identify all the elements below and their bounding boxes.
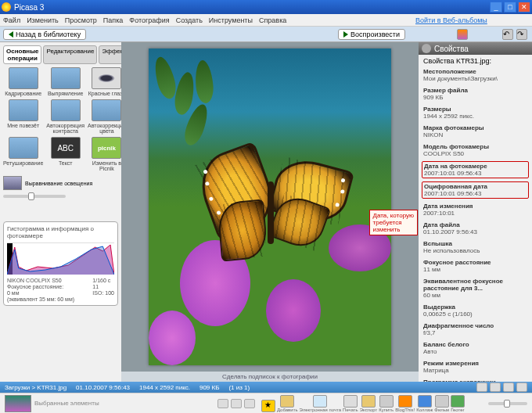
annotation-callout: Дата, которуютребуетсяизменить <box>369 210 418 235</box>
menu-create[interactable]: Создать <box>176 16 203 24</box>
properties-header: Свойства <box>419 42 532 55</box>
tray-label: Выбранные элементы <box>34 400 99 407</box>
status-file: Загрузки > KTR31.jpg <box>5 384 66 391</box>
status-icon-3[interactable] <box>503 382 514 392</box>
tool-text[interactable]: ABCТекст <box>46 137 84 171</box>
play-icon <box>343 31 348 38</box>
add-button[interactable]: Добавить <box>277 395 298 412</box>
status-dims: 1944 x 2592 пикс. <box>139 384 190 391</box>
clear-icon[interactable] <box>231 399 242 408</box>
status-date: 01.10.2007 9:56:43 <box>76 384 130 391</box>
toolbar: Назад в библиотеку Воспроизвести ↶ ↷ <box>0 27 532 42</box>
menubar: Файл Изменить Просмотр Папка Фотография … <box>0 14 532 27</box>
back-arrow-icon <box>9 31 13 38</box>
email-button[interactable]: Электронная почта <box>300 395 342 412</box>
histogram-panel: Гистограмма и информация о фотокамере NI… <box>3 221 118 306</box>
tool-contrast[interactable]: Автокоррекция контраста <box>46 99 84 134</box>
properties-filename: Свойства KTR31.jpg: <box>419 55 532 67</box>
histogram-graph <box>7 243 114 275</box>
hist-shutter: 1/160 с <box>92 278 114 283</box>
properties-panel: Свойства Свойства KTR31.jpg: Местоположе… <box>419 42 532 382</box>
tool-crop[interactable]: Кадрирование <box>3 67 43 96</box>
hist-camera: NIKON COOLPIX S50 <box>7 278 89 283</box>
menu-tools[interactable]: Инструменты <box>209 16 253 24</box>
maximize-button[interactable]: □ <box>504 2 516 13</box>
hist-iso: ISO: 100 <box>92 290 114 296</box>
tool-redeye[interactable]: Красные глаза <box>88 67 121 96</box>
titlebar: Picasa 3 _ □ ✕ <box>0 0 532 14</box>
print-button[interactable]: Печать <box>343 395 358 412</box>
menu-photo[interactable]: Фотография <box>129 16 169 24</box>
signin-link[interactable]: Войти в Веб-альбомы <box>415 16 529 24</box>
left-panel: Основные операции Редактирование Эффекты… <box>0 42 121 382</box>
histogram-title: Гистограмма и информация о фотокамере <box>7 225 114 243</box>
app-logo-icon <box>2 2 11 12</box>
status-icon-1[interactable] <box>476 382 487 392</box>
shop-button[interactable]: Купить <box>379 395 394 412</box>
back-button[interactable]: Назад в библиотеку <box>3 29 86 40</box>
status-count: (1 из 1) <box>228 384 250 391</box>
tool-retouch[interactable]: Ретуширование <box>3 137 43 171</box>
zoom-slider[interactable] <box>488 402 527 405</box>
bottom-toolbar: Выбранные элементы ★ Добавить Электронна… <box>0 393 532 413</box>
menu-folder[interactable]: Папка <box>103 16 124 24</box>
info-icon <box>422 44 431 53</box>
fill-light-label: Выравнивание освещения <box>25 181 118 186</box>
app-title: Picasa 3 <box>14 3 44 12</box>
thumb-icon[interactable] <box>457 29 468 40</box>
status-size: 909 КБ <box>200 384 219 391</box>
fill-light-icon <box>3 176 22 190</box>
tab-edit[interactable]: Редактирование <box>43 45 97 64</box>
tool-picnik[interactable]: picnikИзменить в Picnik <box>88 137 121 171</box>
blog-button[interactable]: BlogThis! <box>395 395 415 412</box>
tool-lucky[interactable]: Мне повезёт <box>3 99 43 134</box>
prop-camera-date: Дата на фотокамере2007:10:01 09:56:43 <box>422 161 529 178</box>
tag-icon[interactable] <box>244 399 255 408</box>
hist-focal-v: 11 <box>92 284 114 289</box>
play-button[interactable]: Воспроизвести <box>338 29 405 40</box>
tab-basic[interactable]: Основные операции <box>3 45 41 64</box>
rotate-left-icon[interactable]: ↶ <box>502 29 513 40</box>
film-button[interactable]: Фильм <box>434 395 449 412</box>
status-icon-4[interactable] <box>516 382 527 392</box>
photo-preview[interactable] <box>149 48 391 365</box>
export-button[interactable]: Экспорт <box>360 395 378 412</box>
hist-equiv: (эквивалент 35 мм: 60 мм) <box>7 296 114 302</box>
tab-effects[interactable]: Эффекты <box>99 45 121 64</box>
tool-straighten[interactable]: Выпрямление <box>46 67 84 96</box>
hist-focal-k: Фокусное расстояние: <box>7 284 89 289</box>
statusbar: Загрузки > KTR31.jpg 01.10.2007 9:56:43 … <box>0 382 532 393</box>
hist-flash: 0 мм <box>7 290 89 296</box>
prop-digitized-date: Оцифрованная дата2007:10:01 09:56:43 <box>422 181 529 199</box>
hold-icon[interactable] <box>217 399 228 408</box>
tray-thumbnail[interactable] <box>5 395 31 412</box>
status-icon-2[interactable] <box>490 382 501 392</box>
photo-caption[interactable]: Сделать подписок к фотографии <box>121 372 419 382</box>
rotate-right-icon[interactable]: ↷ <box>516 29 527 40</box>
collage-button[interactable]: Коллаж <box>416 395 433 412</box>
menu-edit[interactable]: Изменить <box>27 16 59 24</box>
minimize-button[interactable]: _ <box>490 2 502 13</box>
fill-light-slider[interactable] <box>3 195 66 198</box>
geotag-button[interactable]: Геотег <box>451 395 465 412</box>
tool-color[interactable]: Автокоррекция цвета <box>88 99 121 134</box>
menu-view[interactable]: Просмотр <box>65 16 97 24</box>
close-button[interactable]: ✕ <box>518 2 530 13</box>
menu-help[interactable]: Справка <box>259 16 286 24</box>
menu-file[interactable]: Файл <box>3 16 20 24</box>
star-button[interactable]: ★ <box>261 400 275 412</box>
